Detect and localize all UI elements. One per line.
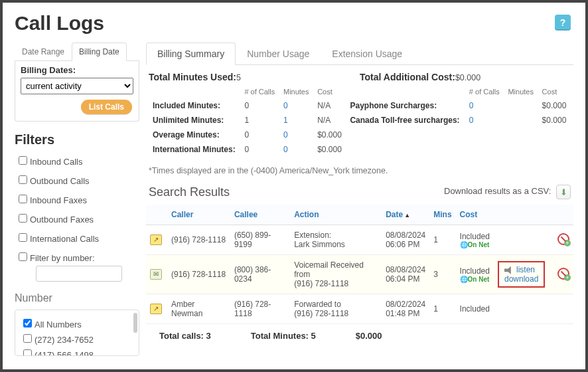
- summary-row-label: Overage Minutes:: [149, 128, 240, 142]
- tab-number-usage[interactable]: Number Usage: [236, 43, 321, 65]
- cost-cell: Included: [456, 294, 494, 324]
- number-checkbox[interactable]: [23, 349, 32, 356]
- col-action[interactable]: Action: [290, 205, 382, 225]
- total-cost-value: $0.000: [455, 73, 480, 82]
- tab-billing-summary[interactable]: Billing Summary: [146, 43, 236, 65]
- cost-cell: Included🌐On Net: [456, 225, 494, 255]
- filter-label: Outbound Faxes: [30, 215, 94, 225]
- summary-row-label: Unlimited Minutes:: [149, 113, 240, 128]
- col-mins[interactable]: Mins: [429, 205, 455, 225]
- total-cost: $0.000: [356, 331, 382, 341]
- summary-row-label: Canada Toll-free surcharges:: [346, 113, 465, 128]
- sort-asc-icon: ▲: [404, 212, 410, 219]
- col-date[interactable]: Date▲: [382, 205, 429, 225]
- filter-label: Inbound Calls: [30, 157, 83, 167]
- search-results-heading: Search Results: [149, 185, 230, 199]
- summary-mins[interactable]: 0: [279, 98, 313, 113]
- filter-checkbox[interactable]: [19, 156, 27, 165]
- summary-calls[interactable]: 0: [465, 98, 504, 113]
- filter-item: Inbound Calls: [16, 154, 138, 167]
- tab-date-range[interactable]: Date Range: [15, 43, 72, 61]
- summary-calls[interactable]: 0: [240, 98, 279, 113]
- download-link[interactable]: download: [504, 274, 538, 284]
- table-row: ✉(916) 728-1118(800) 386-0234Voicemail R…: [146, 255, 573, 294]
- summary-calls[interactable]: 0: [465, 113, 504, 128]
- col-cost[interactable]: Cost: [456, 205, 494, 225]
- mins-cell: 1: [429, 294, 455, 324]
- tab-extension-usage[interactable]: Extension Usage: [321, 43, 413, 65]
- number-label: (272) 234-7652: [35, 335, 94, 345]
- number-checkbox[interactable]: [23, 334, 32, 343]
- table-row: ↗Amber Newman(916) 728-1118Forwarded to(…: [146, 294, 573, 324]
- col-mins-right: Minutes: [504, 85, 538, 98]
- filter-number-input[interactable]: [36, 266, 122, 282]
- help-button[interactable]: ?: [555, 15, 571, 31]
- summary-mins[interactable]: 0: [279, 128, 313, 142]
- summary-mins[interactable]: 1: [279, 113, 313, 128]
- filter-checkbox[interactable]: [19, 175, 27, 184]
- billing-dates-label: Billing Dates:: [21, 65, 76, 75]
- filter-item: International Calls: [16, 231, 138, 244]
- voicemail-actions: listendownload: [498, 261, 545, 288]
- caller-cell: Amber Newman: [167, 294, 230, 324]
- timezone-note: *Times displayed are in the (-0400) Amer…: [149, 166, 571, 175]
- number-checkbox[interactable]: [23, 319, 32, 327]
- sidebar: Date Range Billing Date Billing Dates: c…: [15, 43, 139, 356]
- summary-cost: $0.000: [538, 98, 571, 113]
- col-callee[interactable]: Callee: [230, 205, 290, 225]
- filter-label: Filter by number:: [30, 253, 95, 263]
- action-cell: Voicemail Received from(916) 728-1118: [290, 255, 382, 294]
- filter-checkbox[interactable]: [19, 252, 27, 261]
- scrollbar[interactable]: [133, 313, 137, 333]
- caller-cell: (916) 728-1118: [167, 225, 230, 255]
- block-icon[interactable]: +: [557, 268, 569, 280]
- summary-cost: N/A: [313, 98, 346, 113]
- filter-checkbox[interactable]: [19, 233, 27, 242]
- download-csv-icon[interactable]: ⬇: [556, 185, 571, 199]
- total-minutes-label: Total Minutes Used:: [149, 72, 236, 82]
- callee-cell: (916) 728-1118: [230, 294, 290, 324]
- tab-billing-date[interactable]: Billing Date: [72, 43, 127, 61]
- summary-mins[interactable]: 0: [279, 142, 313, 157]
- summary-calls[interactable]: 0: [240, 142, 279, 157]
- date-cell: 08/02/202401:48 PM: [382, 294, 429, 324]
- filter-checkbox[interactable]: [19, 214, 27, 223]
- filter-checkbox[interactable]: [19, 195, 27, 203]
- number-item: All Numbers: [21, 317, 133, 329]
- filter-item: Outbound Faxes: [16, 212, 138, 225]
- callee-cell: (800) 386-0234: [230, 255, 290, 294]
- download-csv-label: Download results as a CSV:: [444, 186, 551, 196]
- summary-cost: $0.000: [313, 128, 346, 142]
- block-icon[interactable]: +: [557, 233, 569, 245]
- filters-heading: Filters: [15, 132, 139, 147]
- col-cost-right: Cost: [538, 85, 571, 98]
- filter-label: International Calls: [30, 234, 99, 244]
- filter-item: Outbound Calls: [16, 173, 138, 186]
- number-label: (417) 566-1498: [35, 350, 94, 356]
- main-panel: Billing Summary Number Usage Extension U…: [146, 43, 573, 356]
- number-list: All Numbers(272) 234-7652(417) 566-1498: [15, 310, 139, 356]
- col-calls-right: # of Calls: [465, 85, 504, 98]
- mins-cell: 3: [429, 255, 455, 294]
- summary-row-label: Payphone Surcharges:: [346, 98, 465, 113]
- callee-cell: (650) 899-9199: [230, 225, 290, 255]
- col-calls: # of Calls: [240, 85, 279, 98]
- summary-cost: $0.000: [538, 113, 571, 128]
- mins-cell: 1: [429, 225, 455, 255]
- summary-row-label: International Minutes:: [149, 142, 240, 157]
- col-caller[interactable]: Caller: [167, 205, 230, 225]
- summary-mins: [504, 98, 538, 113]
- action-cell: Extension:Lark Simmons: [290, 225, 382, 255]
- summary-row-label: Included Minutes:: [149, 98, 240, 113]
- summary-mins: [504, 113, 538, 128]
- col-cost: Cost: [313, 85, 346, 98]
- summary-calls[interactable]: 0: [240, 128, 279, 142]
- caller-cell: (916) 728-1118: [167, 255, 230, 294]
- col-mins: Minutes: [279, 85, 313, 98]
- list-calls-button[interactable]: List Calls: [81, 100, 132, 114]
- table-row: ↗(916) 728-1118(650) 899-9199Extension:L…: [146, 225, 573, 255]
- listen-link[interactable]: listen: [504, 265, 538, 274]
- billing-dates-select[interactable]: current activity: [21, 78, 133, 94]
- summary-calls[interactable]: 1: [240, 113, 279, 128]
- date-cell: 08/08/202406:06 PM: [382, 225, 429, 255]
